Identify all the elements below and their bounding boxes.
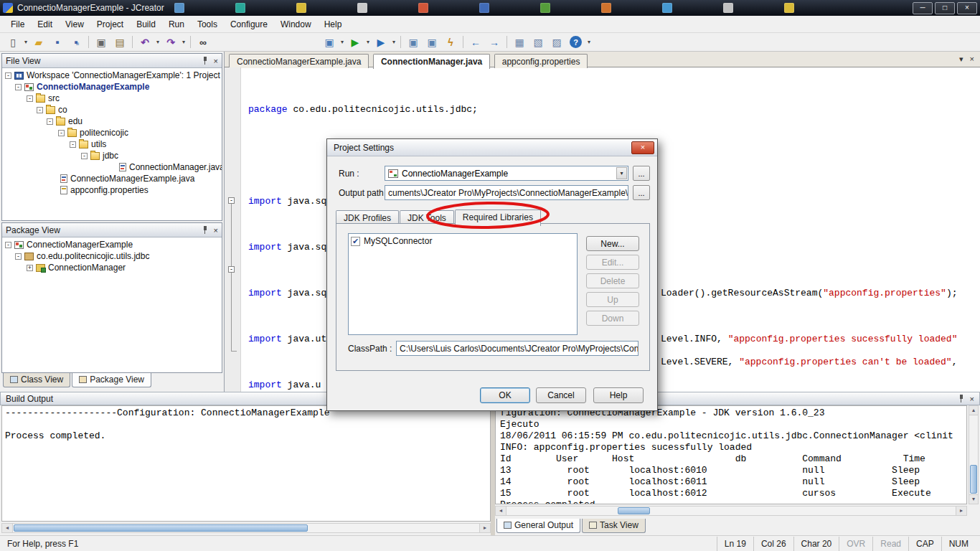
- taskbar-item-11[interactable]: [784, 1, 845, 14]
- redo-caret[interactable]: ▾: [180, 39, 187, 45]
- taskbar-item-3[interactable]: [296, 1, 357, 14]
- dialog-title-bar[interactable]: Project Settings ×: [327, 139, 657, 156]
- tree-item-appconfig-properties[interactable]: appconfig.properties: [2, 184, 222, 196]
- new-file-button[interactable]: ▯: [4, 34, 22, 50]
- tree-item-package-jdbc[interactable]: - co.edu.politecnicojic.utils.jdbc: [2, 250, 222, 262]
- tree-expander-icon[interactable]: -: [5, 242, 11, 248]
- close-document-icon[interactable]: ×: [970, 55, 974, 64]
- taskbar-item-5[interactable]: [418, 1, 479, 14]
- new-file-caret[interactable]: ▾: [22, 39, 29, 45]
- tab-task-view[interactable]: Task View: [582, 519, 646, 533]
- tree-item-politecnicojic[interactable]: - politecnicojic: [2, 127, 222, 138]
- run-target-combobox[interactable]: ConnectioManagerExample ▾: [385, 166, 628, 181]
- run-caret[interactable]: ▾: [364, 39, 372, 45]
- chevron-down-icon[interactable]: ▾: [616, 167, 627, 179]
- close-panel-icon[interactable]: ×: [970, 395, 974, 403]
- taskbar-item-10[interactable]: [723, 1, 784, 14]
- fold-collapse-icon[interactable]: -: [228, 266, 235, 273]
- close-panel-icon[interactable]: ×: [214, 226, 218, 235]
- menu-configure[interactable]: Configure: [224, 17, 274, 32]
- panel-layout-button-2[interactable]: ▧: [529, 34, 547, 50]
- debug-button[interactable]: ▶: [372, 34, 390, 50]
- horizontal-scrollbar[interactable]: ◂ ▸: [1, 523, 491, 533]
- output-path-field[interactable]: cuments\JCreator Pro\MyProjects\Connecti…: [385, 185, 628, 200]
- run-browse-button[interactable]: ...: [633, 166, 650, 181]
- view-editor-button[interactable]: ▣: [423, 34, 440, 50]
- scrollbar-thumb[interactable]: [14, 524, 308, 532]
- debug-caret[interactable]: ▾: [390, 39, 397, 45]
- copy-button[interactable]: ▣: [93, 34, 110, 50]
- fold-collapse-icon[interactable]: -: [228, 197, 235, 204]
- taskbar-item-7[interactable]: [540, 1, 601, 14]
- checkbox-checked-icon[interactable]: ✔: [351, 237, 360, 246]
- tree-item-jdbc[interactable]: - jdbc: [2, 150, 222, 161]
- menu-tools[interactable]: Tools: [191, 17, 224, 32]
- tree-expander-icon[interactable]: -: [5, 72, 11, 79]
- tree-expander-icon[interactable]: -: [47, 118, 53, 125]
- tree-expander-icon[interactable]: -: [70, 141, 76, 148]
- output-browse-button[interactable]: ...: [633, 185, 650, 200]
- taskbar-item-8[interactable]: [601, 1, 662, 14]
- vertical-scrollbar[interactable]: ▴ ▾: [969, 405, 979, 504]
- tree-item-connectionmanager-java[interactable]: ConnectionManager.java: [2, 161, 222, 173]
- tree-item-workspace[interactable]: - Workspace 'ConnectioManagerExample': 1…: [2, 70, 222, 81]
- tab-appconfig-properties[interactable]: appconfig.properties: [494, 54, 588, 68]
- scroll-left-icon[interactable]: ◂: [496, 507, 507, 515]
- tree-expander-icon[interactable]: -: [37, 107, 43, 113]
- scrollbar-thumb[interactable]: [618, 507, 650, 514]
- find-button[interactable]: ∞: [194, 34, 212, 50]
- scroll-up-icon[interactable]: ▴: [969, 406, 978, 415]
- maximize-button[interactable]: □: [935, 2, 955, 14]
- taskbar-item-2[interactable]: [235, 1, 296, 14]
- scroll-right-icon[interactable]: ▸: [956, 507, 966, 515]
- scroll-down-icon[interactable]: ▾: [969, 494, 978, 504]
- tree-expander-icon[interactable]: -: [15, 84, 22, 90]
- tree-item-connectiomanagerexample-java[interactable]: ConnectioManagerExample.java: [2, 173, 222, 184]
- paste-button[interactable]: ▤: [111, 34, 128, 50]
- cancel-button[interactable]: Cancel: [536, 387, 586, 403]
- toolbar-overflow-caret[interactable]: ▾: [585, 39, 593, 45]
- scroll-right-icon[interactable]: ▸: [479, 524, 490, 532]
- taskbar-item-1[interactable]: [174, 1, 235, 14]
- tree-expander-icon[interactable]: +: [27, 265, 33, 271]
- view-output-button[interactable]: ▣: [405, 34, 422, 50]
- pin-icon[interactable]: [202, 226, 209, 234]
- classpath-field[interactable]: C:\Users\Luis Carlos\Documents\JCreator …: [396, 341, 639, 356]
- taskbar-item-9[interactable]: [662, 1, 723, 14]
- dialog-close-button[interactable]: ×: [631, 141, 654, 154]
- tree-item-project[interactable]: - ConnectioManagerExample: [2, 239, 222, 250]
- minimize-button[interactable]: ─: [913, 2, 933, 14]
- ok-button[interactable]: OK: [480, 387, 530, 403]
- taskbar-item-4[interactable]: [357, 1, 418, 14]
- tree-expander-icon[interactable]: -: [58, 130, 65, 136]
- tree-item-edu[interactable]: - edu: [2, 116, 222, 127]
- scrollbar-thumb[interactable]: [970, 465, 977, 494]
- tree-item-project[interactable]: - ConnectioManagerExample: [2, 81, 222, 93]
- delete-library-button[interactable]: Delete: [586, 273, 639, 288]
- panel-layout-button-1[interactable]: ▦: [511, 34, 528, 50]
- undo-button[interactable]: ↶: [136, 34, 154, 50]
- tree-item-src[interactable]: - src: [2, 93, 222, 104]
- close-panel-icon[interactable]: ×: [214, 57, 218, 65]
- tab-list-caret-icon[interactable]: ▾: [959, 55, 963, 64]
- pin-icon[interactable]: [202, 57, 209, 65]
- undo-caret[interactable]: ▾: [154, 39, 161, 45]
- tree-expander-icon[interactable]: -: [15, 253, 22, 260]
- menu-file[interactable]: File: [4, 17, 31, 32]
- save-button[interactable]: ▪: [49, 34, 66, 50]
- library-list-item[interactable]: ✔ MySQLConnector: [351, 236, 575, 246]
- panel-layout-button-3[interactable]: ▨: [548, 34, 565, 50]
- run-config-button[interactable]: ▣: [321, 34, 338, 50]
- menu-edit[interactable]: Edit: [31, 17, 59, 32]
- menu-view[interactable]: View: [59, 17, 90, 32]
- tree-expander-icon[interactable]: -: [81, 153, 88, 159]
- run-button[interactable]: ▶: [347, 34, 364, 50]
- tree-item-class-connectionmanager[interactable]: + ConnectionManager: [2, 262, 222, 273]
- build-button[interactable]: ϟ: [442, 34, 459, 50]
- up-button[interactable]: Up: [586, 292, 639, 307]
- down-button[interactable]: Down: [586, 311, 639, 326]
- tab-required-libraries[interactable]: Required Libraries: [455, 209, 541, 226]
- library-list[interactable]: ✔ MySQLConnector: [348, 233, 578, 335]
- scroll-left-icon[interactable]: ◂: [2, 524, 13, 532]
- tab-general-output[interactable]: General Output: [496, 519, 580, 533]
